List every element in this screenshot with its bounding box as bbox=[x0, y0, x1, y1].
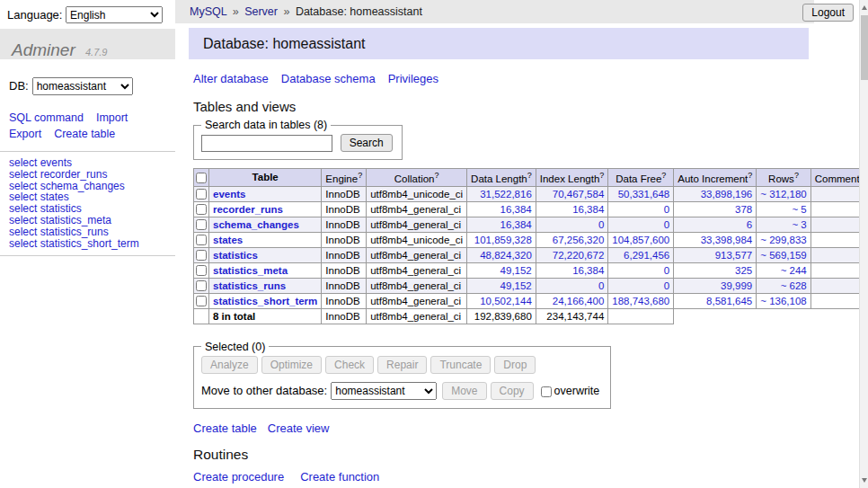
repair-button[interactable]: Repair bbox=[377, 356, 427, 374]
cell-data_free[interactable]: 0 bbox=[608, 278, 674, 293]
move-db-select[interactable]: homeassistant bbox=[331, 382, 437, 400]
logout-button[interactable]: Logout bbox=[802, 4, 854, 22]
cell-rows[interactable]: ~ 5 bbox=[757, 201, 810, 217]
search-input[interactable] bbox=[201, 135, 332, 152]
row-checkbox[interactable] bbox=[196, 204, 207, 215]
cell-data_free[interactable]: 188,743,680 bbox=[608, 293, 674, 308]
cell-data_free[interactable]: 50,331,648 bbox=[608, 186, 674, 201]
cell-index_length[interactable]: 72,220,672 bbox=[536, 247, 608, 262]
cell-data_free[interactable]: 6,291,456 bbox=[608, 247, 674, 262]
table-name-link[interactable]: schema_changes bbox=[213, 219, 299, 230]
copy-button[interactable]: Copy bbox=[491, 382, 534, 400]
help-link[interactable]: ? bbox=[794, 171, 799, 180]
cell-data_free[interactable]: 0 bbox=[608, 217, 674, 232]
table-name-link[interactable]: statistics_runs bbox=[213, 280, 286, 291]
sidebar-action-export[interactable]: Export bbox=[9, 128, 41, 140]
cell-rows[interactable]: ~ 136,108 bbox=[757, 293, 810, 308]
scrollbar-thumb[interactable] bbox=[861, 15, 868, 80]
cell-rows[interactable]: ~ 3 bbox=[757, 217, 810, 232]
cell-rows[interactable]: ~ 299,833 bbox=[757, 232, 810, 247]
cell-data_length[interactable]: 49,152 bbox=[467, 262, 536, 278]
cell-data_length[interactable]: 16,384 bbox=[467, 217, 536, 232]
language-select[interactable]: English bbox=[66, 6, 163, 23]
cell-data_length[interactable]: 49,152 bbox=[467, 278, 536, 293]
row-checkbox[interactable] bbox=[196, 189, 207, 200]
cell-rows[interactable]: ~ 244 bbox=[757, 262, 810, 278]
cell-auto_increment[interactable]: 8,581,645 bbox=[674, 293, 757, 308]
sidebar-action-create-table[interactable]: Create table bbox=[54, 128, 115, 140]
privileges-link[interactable]: Privileges bbox=[388, 72, 438, 85]
cell-data_free[interactable]: 0 bbox=[608, 201, 674, 217]
table-name-link[interactable]: statistics bbox=[213, 250, 258, 261]
cell-rows[interactable]: ~ 569,159 bbox=[757, 247, 810, 262]
help-link[interactable]: ? bbox=[661, 171, 666, 180]
create-procedure-link[interactable]: Create procedure bbox=[193, 470, 284, 484]
cell-auto_increment[interactable]: 33,398,984 bbox=[674, 232, 757, 247]
scrollbar[interactable] bbox=[859, 0, 868, 488]
cell-index_length[interactable]: 0 bbox=[536, 217, 608, 232]
help-link[interactable]: ? bbox=[358, 171, 362, 180]
table-name-link[interactable]: states bbox=[213, 235, 243, 245]
create-view-link[interactable]: Create view bbox=[268, 421, 330, 435]
cell-index_length[interactable]: 0 bbox=[536, 278, 608, 293]
cell-index_length[interactable]: 16,384 bbox=[536, 262, 608, 278]
breadcrumb-mysql-link[interactable]: MySQL bbox=[190, 5, 226, 18]
scroll-up-icon[interactable] bbox=[862, 5, 867, 10]
table-name-link[interactable]: recorder_runs bbox=[213, 204, 283, 215]
sidebar-action-import[interactable]: Import bbox=[96, 111, 128, 124]
cell-data_free[interactable]: 104,857,600 bbox=[608, 232, 674, 247]
db-select[interactable]: homeassistant bbox=[32, 77, 133, 95]
row-checkbox[interactable] bbox=[196, 250, 207, 261]
analyze-button[interactable]: Analyze bbox=[201, 356, 258, 374]
cell-data_length[interactable]: 31,522,816 bbox=[467, 186, 536, 201]
cell-rows[interactable]: ~ 312,180 bbox=[757, 186, 810, 201]
main-content: Database: homeassistant Alter databaseDa… bbox=[189, 23, 818, 488]
row-checkbox[interactable] bbox=[196, 219, 207, 230]
cell-index_length[interactable]: 24,166,400 bbox=[536, 293, 608, 308]
drop-button[interactable]: Drop bbox=[494, 356, 536, 374]
overwrite-checkbox[interactable] bbox=[541, 386, 552, 397]
help-link[interactable]: ? bbox=[527, 171, 532, 180]
breadcrumb-server-link[interactable]: Server bbox=[244, 5, 278, 18]
cell-auto_increment[interactable]: 33,898,196 bbox=[674, 186, 757, 201]
row-checkbox[interactable] bbox=[196, 296, 207, 306]
cell-data_length[interactable]: 10,502,144 bbox=[467, 293, 536, 308]
row-checkbox[interactable] bbox=[196, 280, 207, 291]
cell-index_length[interactable]: 16,384 bbox=[536, 201, 608, 217]
cell-auto_increment[interactable]: 325 bbox=[674, 262, 757, 278]
sidebar-table-item: select statistics_short_term bbox=[9, 238, 175, 250]
optimize-button[interactable]: Optimize bbox=[261, 356, 322, 374]
table-name-link[interactable]: events bbox=[213, 189, 245, 200]
select-all-checkbox[interactable] bbox=[196, 173, 207, 183]
cell-auto_increment[interactable]: 6 bbox=[674, 217, 757, 232]
help-link[interactable]: ? bbox=[748, 171, 752, 180]
help-link[interactable]: ? bbox=[434, 171, 438, 180]
cell-auto_increment[interactable]: 39,999 bbox=[674, 278, 757, 293]
cell-data_length[interactable]: 48,824,320 bbox=[467, 247, 536, 262]
sidebar-link-select-statistics-short-term[interactable]: select statistics_short_term bbox=[9, 237, 139, 250]
scroll-down-icon[interactable] bbox=[862, 478, 867, 483]
alter-database-link[interactable]: Alter database bbox=[193, 72, 269, 85]
table-name-link[interactable]: statistics_meta bbox=[213, 265, 288, 276]
row-checkbox[interactable] bbox=[196, 235, 207, 245]
search-button[interactable]: Search bbox=[341, 134, 393, 152]
database-schema-link[interactable]: Database schema bbox=[281, 72, 376, 85]
table-row-statistics_meta: statistics_metaInnoDButf8mb4_general_ci4… bbox=[194, 262, 868, 278]
cell-rows[interactable]: ~ 628 bbox=[757, 278, 810, 293]
truncate-button[interactable]: Truncate bbox=[430, 356, 491, 374]
cell-auto_increment[interactable]: 378 bbox=[674, 201, 757, 217]
cell-index_length[interactable]: 67,256,320 bbox=[536, 232, 608, 247]
sidebar-action-sql-command[interactable]: SQL command bbox=[9, 111, 84, 124]
cell-data_free[interactable]: 0 bbox=[608, 262, 674, 278]
row-checkbox[interactable] bbox=[196, 265, 207, 276]
create-table-link[interactable]: Create table bbox=[193, 421, 257, 435]
cell-data_length[interactable]: 101,859,328 bbox=[467, 232, 536, 247]
move-button[interactable]: Move bbox=[442, 382, 486, 400]
cell-data_length[interactable]: 16,384 bbox=[467, 201, 536, 217]
cell-index_length[interactable]: 70,467,584 bbox=[536, 186, 608, 201]
help-link[interactable]: ? bbox=[599, 171, 604, 180]
table-name-link[interactable]: statistics_short_term bbox=[213, 296, 317, 306]
create-function-link[interactable]: Create function bbox=[300, 470, 379, 484]
check-button[interactable]: Check bbox=[325, 356, 374, 374]
cell-auto_increment[interactable]: 913,577 bbox=[674, 247, 757, 262]
